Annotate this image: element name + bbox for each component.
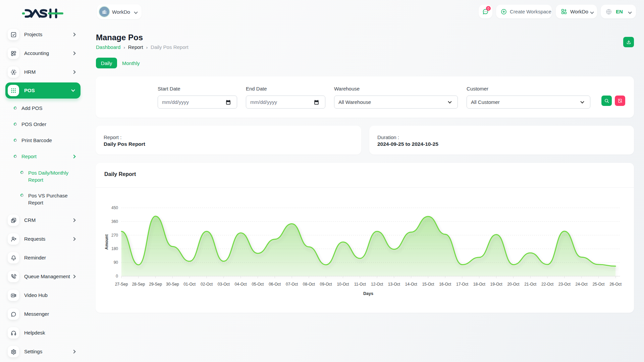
svg-text:17-Oct: 17-Oct xyxy=(456,282,469,287)
svg-text:360: 360 xyxy=(111,219,118,224)
svg-text:08-Oct: 08-Oct xyxy=(303,282,315,287)
svg-text:270: 270 xyxy=(111,233,118,238)
svg-text:04-Oct: 04-Oct xyxy=(235,282,247,287)
svg-text:180: 180 xyxy=(111,246,118,251)
svg-text:16-Oct: 16-Oct xyxy=(439,282,451,287)
svg-text:0: 0 xyxy=(116,274,118,279)
svg-text:15-Oct: 15-Oct xyxy=(422,282,434,287)
svg-text:Days: Days xyxy=(363,291,373,296)
svg-text:12-Oct: 12-Oct xyxy=(371,282,383,287)
svg-text:22-Oct: 22-Oct xyxy=(541,282,554,287)
svg-text:23-Oct: 23-Oct xyxy=(558,282,571,287)
svg-text:09-Oct: 09-Oct xyxy=(320,282,332,287)
svg-text:28-Sep: 28-Sep xyxy=(132,282,145,287)
svg-text:06-Oct: 06-Oct xyxy=(269,282,281,287)
svg-text:20-Oct: 20-Oct xyxy=(507,282,520,287)
svg-text:450: 450 xyxy=(111,205,118,210)
svg-text:11-Oct: 11-Oct xyxy=(354,282,366,287)
svg-text:10-Oct: 10-Oct xyxy=(337,282,349,287)
svg-text:27-Sep: 27-Sep xyxy=(115,282,128,287)
svg-text:90: 90 xyxy=(114,260,118,265)
svg-text:03-Oct: 03-Oct xyxy=(218,282,230,287)
svg-text:14-Oct: 14-Oct xyxy=(405,282,418,287)
svg-text:30-Sep: 30-Sep xyxy=(166,282,179,287)
svg-text:07-Oct: 07-Oct xyxy=(286,282,298,287)
svg-text:24-Oct: 24-Oct xyxy=(576,282,588,287)
svg-text:19-Oct: 19-Oct xyxy=(490,282,503,287)
svg-text:Amount: Amount xyxy=(104,234,109,249)
svg-text:26-Oct: 26-Oct xyxy=(609,282,622,287)
svg-text:05-Oct: 05-Oct xyxy=(252,282,264,287)
svg-text:01-Oct: 01-Oct xyxy=(183,282,196,287)
svg-text:02-Oct: 02-Oct xyxy=(201,282,213,287)
svg-text:25-Oct: 25-Oct xyxy=(592,282,605,287)
svg-text:13-Oct: 13-Oct xyxy=(388,282,400,287)
svg-text:18-Oct: 18-Oct xyxy=(473,282,486,287)
svg-text:21-Oct: 21-Oct xyxy=(524,282,537,287)
svg-text:29-Sep: 29-Sep xyxy=(149,282,162,287)
